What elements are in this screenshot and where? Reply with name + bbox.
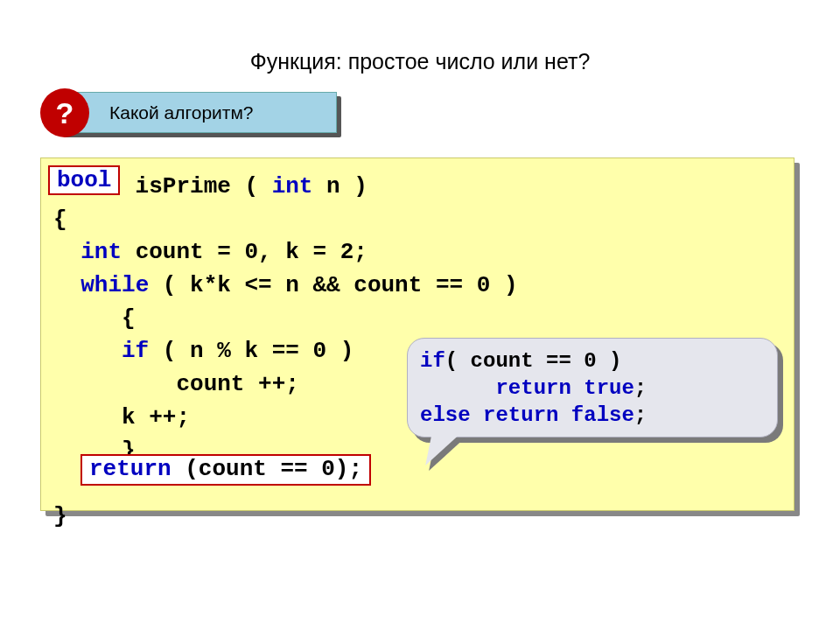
code-span: k ++; bbox=[53, 404, 190, 430]
slide-title: Функция: простое число или нет? bbox=[0, 49, 840, 74]
callout-bubble: if( count == 0 ) return true; else retur… bbox=[407, 338, 783, 443]
code-span: (count == 0); bbox=[172, 456, 362, 482]
callout-main: if( count == 0 ) return true; else retur… bbox=[407, 338, 778, 438]
code-span bbox=[53, 338, 122, 364]
code-kw-while: while bbox=[80, 272, 149, 298]
code-span: count = 0, k = 2; bbox=[122, 239, 368, 265]
question-bar: Какой алгоритм? ? bbox=[60, 92, 343, 137]
code-span: ( k*k <= n && count == 0 ) bbox=[149, 272, 517, 298]
code-box-main: isPrime ( int n ) { int count = 0, k = 2… bbox=[40, 158, 794, 511]
code-span: ; bbox=[634, 403, 647, 427]
code-span: isPrime ( bbox=[122, 173, 272, 200]
code-span: ( n % k == 0 ) bbox=[149, 338, 354, 364]
code-span bbox=[53, 272, 80, 298]
question-mark-circle: ? bbox=[40, 88, 89, 137]
code-span: } bbox=[53, 503, 67, 529]
code-kw-else: else bbox=[420, 403, 471, 427]
code-span: n ) bbox=[312, 173, 367, 200]
code-kw-int: int bbox=[272, 173, 313, 200]
code-span: ( count == 0 ) bbox=[445, 349, 622, 373]
question-bar-main: Какой алгоритм? bbox=[60, 92, 337, 133]
bool-type-badge: bool bbox=[48, 165, 120, 195]
code-kw-if: if bbox=[420, 349, 445, 373]
code-box: isPrime ( int n ) { int count = 0, k = 2… bbox=[40, 158, 800, 516]
code-span: count ++; bbox=[53, 371, 299, 397]
code-kw-int: int bbox=[80, 239, 122, 265]
code-span: ; bbox=[634, 376, 647, 400]
code-kw-if: if bbox=[122, 338, 149, 364]
code-kw-return: return bbox=[495, 376, 570, 400]
code-span: { bbox=[53, 206, 67, 233]
code-span bbox=[53, 239, 80, 265]
code-kw-true: true bbox=[584, 376, 634, 400]
code-span bbox=[420, 376, 495, 400]
question-text: Какой алгоритм? bbox=[109, 102, 254, 123]
code-kw-return: return bbox=[89, 456, 172, 482]
code-kw-false: false bbox=[571, 403, 634, 427]
code-span: { bbox=[53, 305, 136, 332]
return-statement-box: return (count == 0); bbox=[80, 454, 371, 486]
code-kw-return: return bbox=[483, 403, 558, 427]
code-span bbox=[53, 470, 67, 496]
